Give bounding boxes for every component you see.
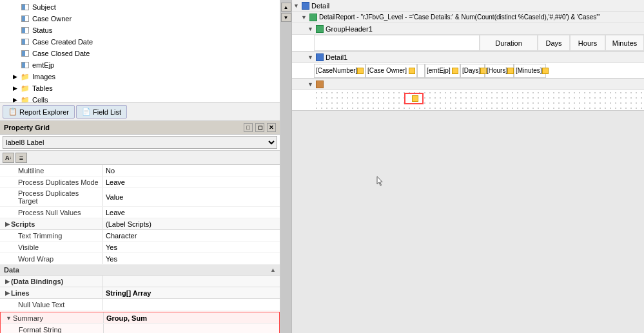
tab-report-explorer[interactable]: 📋 Report Explorer <box>3 105 75 119</box>
right-panel: ▲ ▼ ▼ Detail ▼ DetailReport - "rJFbvG_L <box>280 0 644 333</box>
detail-cell-casenumber[interactable]: [CaseNumber] <box>314 64 366 78</box>
prop-value-formatstring[interactable] <box>104 324 279 333</box>
groupheader-expand-icon[interactable]: ▼ <box>307 26 314 32</box>
tab-field-list[interactable]: 📄 Field List <box>76 105 127 119</box>
detailreport-icon <box>309 14 317 21</box>
groupheader1-band-row: ▼ GroupHeader1 <box>292 23 644 35</box>
prop-lines: ▶ Lines String[] Array <box>0 287 280 299</box>
property-panel: Property Grid □ ◻ ✕ label8 Label A↓ ≡ <box>0 121 280 333</box>
groupfooter-expand-icon[interactable]: ▼ <box>307 81 314 88</box>
prop-value-scripts[interactable]: (Label Scripts) <box>103 218 280 229</box>
groupheader-icon <box>316 25 324 33</box>
cell-icon-emtejp <box>452 68 458 74</box>
detail1-expand-icon[interactable]: ▼ <box>307 54 314 61</box>
close-button[interactable]: ✕ <box>267 123 276 132</box>
report-explorer-icon: 📋 <box>8 108 17 116</box>
sum-cell[interactable] <box>404 93 424 104</box>
property-grid-rows: Multiline No Process Duplicates Mode Lea… <box>0 165 280 333</box>
prop-wordwrap: Word Wrap Yes <box>0 253 280 265</box>
detailreport-expand-icon[interactable]: ▼ <box>301 14 307 21</box>
prop-value-duptarget[interactable]: Value <box>103 188 280 206</box>
detail-expand-icon[interactable]: ▼ <box>293 3 300 9</box>
prop-value-nulltext[interactable] <box>103 299 280 310</box>
tree-item-cells[interactable]: ▶ 📁 Cells <box>1 94 278 103</box>
expand-icon: ▶ <box>12 85 18 91</box>
prop-databindings: ▶ (Data Bindings) <box>0 276 280 287</box>
nav-down-button[interactable]: ▼ <box>281 13 291 22</box>
prop-name-duptarget: Process Duplicates Target <box>0 188 103 206</box>
prop-value-dupmode[interactable]: Leave <box>103 176 280 187</box>
sort-category-button[interactable]: ≡ <box>15 153 27 163</box>
cursor-indicator <box>376 175 384 187</box>
prop-name-texttrim: Text Trimming <box>0 230 103 241</box>
sort-toolbar: A↓ ≡ <box>0 151 280 165</box>
component-dropdown[interactable]: label8 Label <box>3 136 277 149</box>
left-panel: Subject Case Owner Status Case Created D… <box>0 0 280 333</box>
table-icon-caseowner <box>21 14 30 23</box>
groupfooter-icon <box>316 81 324 88</box>
folder-icon-cells: 📁 <box>21 95 30 103</box>
prop-value-summary[interactable]: Group, Sum <box>104 312 279 323</box>
prop-value-lines[interactable]: String[] Array <box>103 287 280 298</box>
prop-null-values: Process Null Values Leave <box>0 207 280 218</box>
tab-field-list-label: Field List <box>93 108 121 116</box>
prop-name-nullval: Process Null Values <box>0 207 103 218</box>
cell-icon-hours <box>507 68 514 74</box>
col-header-minutes: Minutes <box>605 35 644 51</box>
restore-button[interactable]: ◻ <box>255 123 264 132</box>
prop-value-nullval[interactable]: Leave <box>103 207 280 218</box>
detailreport-label: DetailReport - "rJFbvG_Level - ='Case De… <box>319 14 600 21</box>
detail-cell-caseowner[interactable]: [Case Owner] <box>366 64 417 78</box>
detail-cell-empty <box>417 64 425 78</box>
tree-label-casecreated: Case Created Date <box>32 38 93 46</box>
prop-value-wordwrap[interactable]: Yes <box>103 253 280 264</box>
tab-report-explorer-label: Report Explorer <box>19 108 69 116</box>
detail-cell-hours[interactable]: [Hours] <box>485 64 514 78</box>
tree-item-caseowner[interactable]: Case Owner <box>1 13 278 24</box>
tree-panel: Subject Case Owner Status Case Created D… <box>0 0 280 103</box>
section-data-expand[interactable]: ▲ <box>270 267 276 273</box>
prop-null-value-text: Null Value Text <box>0 299 280 310</box>
detail-cell-days[interactable]: [Days] <box>460 64 485 78</box>
sum-row <box>292 90 644 111</box>
prop-name-nulltext: Null Value Text <box>0 299 103 310</box>
tree-label-images: Images <box>32 73 55 81</box>
prop-name-lines: ▶ Lines <box>0 287 103 298</box>
tab-toolbar: 📋 Report Explorer 📄 Field List <box>0 103 280 121</box>
prop-value-visible[interactable]: Yes <box>103 242 280 252</box>
prop-process-dup-mode: Process Duplicates Mode Leave <box>0 176 280 188</box>
section-data-label: Data <box>4 266 19 274</box>
detail1-band-row: ▼ Detail1 <box>292 52 644 63</box>
expand-icon: ▶ <box>12 97 18 103</box>
table-icon-caseclosed <box>21 49 30 58</box>
prop-value-databindings[interactable] <box>103 276 280 287</box>
tree-label-cells: Cells <box>32 96 48 103</box>
minimize-button[interactable]: □ <box>244 123 253 132</box>
detail1-icon <box>316 53 324 61</box>
nav-up-button[interactable]: ▲ <box>281 3 291 12</box>
prop-visible: Visible Yes <box>0 242 280 253</box>
groupfooter1-band-row: ▼ <box>292 79 644 90</box>
prop-scripts: ▶ Scripts (Label Scripts) <box>0 218 280 230</box>
sort-az-button[interactable]: A↓ <box>3 153 14 163</box>
detail-band-label: Detail <box>311 2 329 10</box>
tree-item-casecreated[interactable]: Case Created Date <box>1 36 278 48</box>
prop-value-texttrim[interactable]: Character <box>103 230 280 241</box>
detail-cell-emtejp[interactable]: [emtEjp] <box>425 64 460 78</box>
tree-item-images[interactable]: ▶ 📁 Images <box>1 71 278 82</box>
table-icon-casecreated <box>21 37 30 46</box>
detail-band-row: ▼ Detail <box>292 0 644 12</box>
prop-value-multiline[interactable]: No <box>103 165 280 176</box>
tree-item-tables[interactable]: ▶ 📁 Tables <box>1 82 278 94</box>
detail-cell-minutes[interactable]: [Minutes] <box>514 64 546 78</box>
prop-format-string: Format String <box>1 324 279 333</box>
tree-item-emtejp[interactable]: emtEjp <box>1 59 278 71</box>
section-data: Data ▲ <box>0 265 280 276</box>
tree-item-caseclosed[interactable]: Case Closed Date <box>1 48 278 59</box>
tree-item-subject[interactable]: Subject <box>1 1 278 13</box>
tree-item-status[interactable]: Status <box>1 24 278 36</box>
col-header-days: Days <box>538 35 570 51</box>
report-content-area: ▼ Detail ▼ DetailReport - "rJFbvG_Level … <box>292 0 644 333</box>
tree-label-tables: Tables <box>32 84 53 92</box>
prop-multiline: Multiline No <box>0 165 280 176</box>
